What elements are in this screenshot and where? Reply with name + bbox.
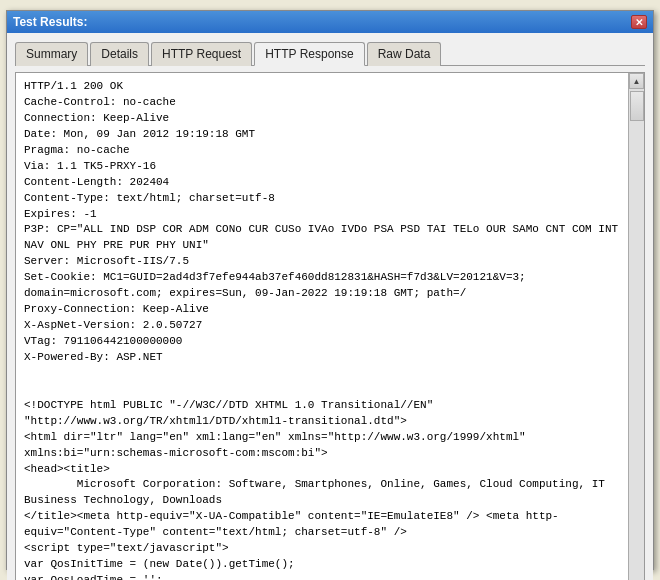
tab-raw-data[interactable]: Raw Data [367, 42, 442, 66]
scrollbar-thumb[interactable] [630, 91, 644, 121]
response-content[interactable]: HTTP/1.1 200 OK Cache-Control: no-cache … [16, 73, 628, 580]
window-title: Test Results: [13, 15, 87, 29]
tabs-bar: Summary Details HTTP Request HTTP Respon… [15, 41, 645, 66]
tab-details[interactable]: Details [90, 42, 149, 66]
tab-http-response[interactable]: HTTP Response [254, 42, 364, 66]
response-area: HTTP/1.1 200 OK Cache-Control: no-cache … [15, 72, 645, 580]
scrollbar-track: ▲ ▼ [628, 73, 644, 580]
tab-http-request[interactable]: HTTP Request [151, 42, 252, 66]
window-content: Summary Details HTTP Request HTTP Respon… [7, 33, 653, 580]
title-bar: Test Results: ✕ [7, 11, 653, 33]
test-results-window: Test Results: ✕ Summary Details HTTP Req… [6, 10, 654, 570]
scrollbar-up-button[interactable]: ▲ [629, 73, 644, 89]
title-bar-close-button[interactable]: ✕ [631, 15, 647, 29]
tab-summary[interactable]: Summary [15, 42, 88, 66]
